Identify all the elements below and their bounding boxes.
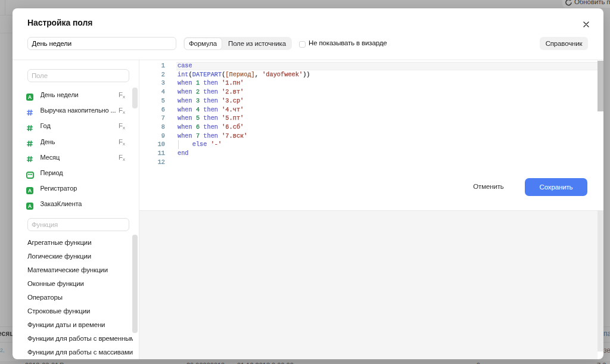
- svg-text:A: A: [28, 94, 32, 100]
- svg-text:A: A: [28, 188, 32, 194]
- svg-text:A: A: [28, 203, 32, 209]
